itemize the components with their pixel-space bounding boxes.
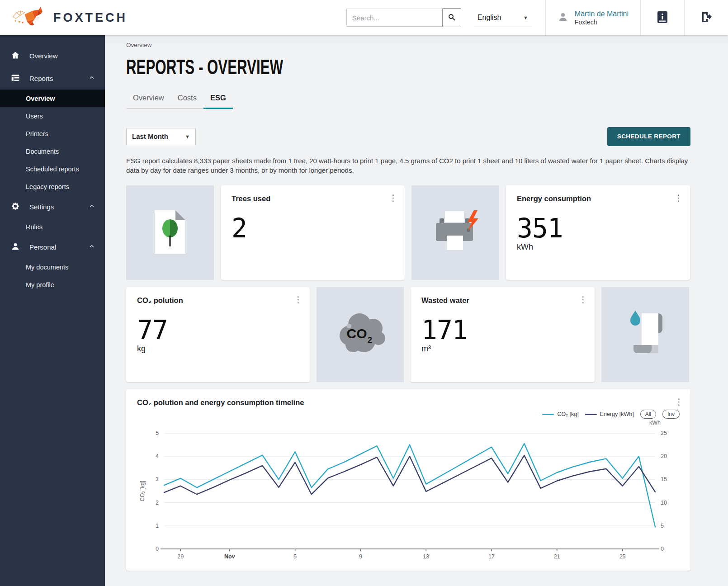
sidebar-subitem-reports-printers[interactable]: Printers bbox=[0, 125, 105, 142]
timeline-line-chart: 012345051015202529Nov5913172125CO₂ [kg] bbox=[137, 427, 680, 565]
co2-cloud-icon: CO2 bbox=[334, 310, 387, 359]
user-avatar-icon bbox=[558, 11, 568, 24]
left-axis-tick-label: 0 bbox=[156, 546, 159, 552]
right-axis-tick-label: 25 bbox=[661, 430, 667, 436]
search-input[interactable] bbox=[346, 9, 442, 27]
sidebar-item-settings[interactable]: Settings bbox=[0, 195, 105, 218]
logout-button[interactable] bbox=[696, 11, 716, 24]
chart-title: CO₂ polution and energy consumption time… bbox=[137, 398, 680, 407]
printer-energy-icon bbox=[430, 208, 480, 257]
stat-unit: kg bbox=[137, 344, 299, 354]
esg-description: ESG report calculates 8,333 paper sheets… bbox=[126, 156, 690, 176]
stat-title: CO₂ polution bbox=[137, 296, 299, 305]
home-icon bbox=[11, 51, 20, 61]
printer-energy-tile bbox=[411, 185, 499, 280]
stat-value: 171 bbox=[421, 317, 584, 344]
legend-line-swatch bbox=[542, 414, 554, 415]
tab-bar: OverviewCostsESG bbox=[126, 94, 233, 109]
stat-card-co2: CO₂ polution ⋮ 77 kg bbox=[126, 287, 310, 382]
right-axis-tick-label: 0 bbox=[661, 546, 664, 552]
legend-button-inv[interactable]: Inv bbox=[662, 410, 680, 419]
paper-roll-icon bbox=[623, 309, 668, 360]
user-org: Foxtech bbox=[575, 19, 629, 26]
stat-card-water: Wasted water ⋮ 171 m³ bbox=[411, 287, 595, 382]
right-axis-tick-label: 20 bbox=[661, 453, 667, 459]
left-axis-tick-label: 2 bbox=[156, 500, 159, 506]
logout-icon bbox=[700, 11, 712, 24]
sidebar-subitem-reports-scheduled-reports[interactable]: Scheduled reports bbox=[0, 160, 105, 178]
right-axis-tick-label: 15 bbox=[661, 476, 667, 482]
kebab-menu-icon[interactable]: ⋮ bbox=[389, 194, 397, 202]
legend-line-swatch bbox=[585, 414, 597, 415]
paper-roll-tile bbox=[601, 287, 689, 382]
x-axis-tick-label: 21 bbox=[554, 553, 560, 560]
manual-book-icon bbox=[657, 11, 668, 25]
right-axis-tick-label: 5 bbox=[661, 523, 664, 529]
language-selected: English bbox=[477, 14, 501, 22]
sidebar-item-personal[interactable]: Personal bbox=[0, 236, 105, 258]
timeline-chart-card: CO₂ polution and energy consumption time… bbox=[126, 389, 690, 571]
x-axis-tick-label: 9 bbox=[359, 553, 362, 560]
tab-esg[interactable]: ESG bbox=[203, 94, 233, 109]
sidebar-subitem-settings-rules[interactable]: Rules bbox=[0, 218, 105, 236]
user-menu[interactable]: Martin de Martini Foxtech bbox=[545, 0, 640, 35]
x-axis-tick-label: 25 bbox=[619, 553, 626, 560]
kebab-menu-icon[interactable]: ⋮ bbox=[674, 194, 683, 202]
sidebar-subitem-reports-documents[interactable]: Documents bbox=[0, 142, 105, 160]
top-header: FOXTECH English ▼ Mart bbox=[0, 0, 728, 35]
language-select[interactable]: English ▼ bbox=[474, 8, 532, 27]
x-axis-tick-label: Nov bbox=[224, 553, 235, 560]
kebab-menu-icon[interactable]: ⋮ bbox=[579, 295, 587, 304]
gear-icon bbox=[11, 202, 20, 212]
stat-title: Energy consumption bbox=[517, 194, 679, 203]
sidebar-item-reports[interactable]: Reports bbox=[0, 67, 105, 90]
search-icon bbox=[448, 13, 456, 23]
legend-item-co-kg-[interactable]: CO₂ [kg] bbox=[542, 411, 578, 417]
left-axis-tick-label: 3 bbox=[156, 476, 159, 482]
sidebar-subitem-reports-overview[interactable]: Overview bbox=[0, 90, 105, 107]
search-button[interactable] bbox=[442, 8, 461, 27]
reports-icon bbox=[11, 73, 20, 84]
legend-button-all[interactable]: All bbox=[640, 410, 656, 419]
brand-name: FOXTECH bbox=[53, 11, 128, 25]
brand: FOXTECH bbox=[0, 6, 253, 29]
chevron-up-icon bbox=[89, 243, 95, 251]
right-axis-unit: kWh bbox=[137, 420, 680, 427]
documentation-button[interactable] bbox=[652, 11, 672, 25]
breadcrumb: Overview bbox=[126, 35, 690, 48]
stat-unit: m³ bbox=[421, 344, 584, 354]
foxtech-logo-icon bbox=[12, 6, 47, 29]
chevron-up-icon bbox=[89, 203, 95, 211]
sidebar-subitem-personal-my-documents[interactable]: My documents bbox=[0, 258, 105, 276]
chevron-up-icon bbox=[89, 75, 95, 82]
stat-unit: kWh bbox=[517, 242, 679, 252]
sidebar-subitem-personal-my-profile[interactable]: My profile bbox=[0, 276, 105, 293]
stat-card-energy: Energy consumption ⋮ 351 kWh bbox=[506, 185, 690, 280]
chevron-down-icon: ▼ bbox=[523, 15, 528, 20]
tab-costs[interactable]: Costs bbox=[171, 94, 203, 109]
sidebar-subitem-reports-legacy-reports[interactable]: Legacy reports bbox=[0, 178, 105, 195]
svg-text:2: 2 bbox=[368, 336, 372, 345]
tab-overview[interactable]: Overview bbox=[126, 94, 171, 109]
right-axis-tick-label: 10 bbox=[661, 500, 667, 506]
period-selected-value: Last Month bbox=[132, 132, 168, 140]
left-axis-tick-label: 1 bbox=[156, 523, 159, 529]
left-axis-tick-label: 4 bbox=[156, 453, 159, 459]
person-icon bbox=[11, 242, 20, 252]
x-axis-tick-label: 13 bbox=[423, 553, 429, 560]
chevron-down-icon: ▼ bbox=[185, 134, 190, 139]
stat-title: Wasted water bbox=[421, 296, 584, 305]
kebab-menu-icon[interactable]: ⋮ bbox=[294, 295, 303, 304]
sidebar-subitem-reports-users[interactable]: Users bbox=[0, 107, 105, 125]
legend-item-energy-kwh-[interactable]: Energy [kWh] bbox=[585, 411, 634, 417]
main-content: Overview REPORTS - OVERVIEW OverviewCost… bbox=[105, 35, 728, 586]
x-axis-tick-label: 29 bbox=[177, 553, 184, 560]
schedule-report-button[interactable]: SCHEDULE REPORT bbox=[607, 127, 690, 146]
kebab-menu-icon[interactable]: ⋮ bbox=[675, 397, 683, 406]
stat-value: 351 bbox=[517, 215, 679, 242]
svg-text:CO: CO bbox=[346, 326, 367, 341]
chart-legend: CO₂ [kg]Energy [kWh]AllInv bbox=[137, 409, 680, 420]
x-axis-tick-label: 5 bbox=[293, 553, 297, 560]
period-select[interactable]: Last Month ▼ bbox=[126, 128, 196, 145]
sidebar-item-overview[interactable]: Overview bbox=[0, 44, 105, 67]
